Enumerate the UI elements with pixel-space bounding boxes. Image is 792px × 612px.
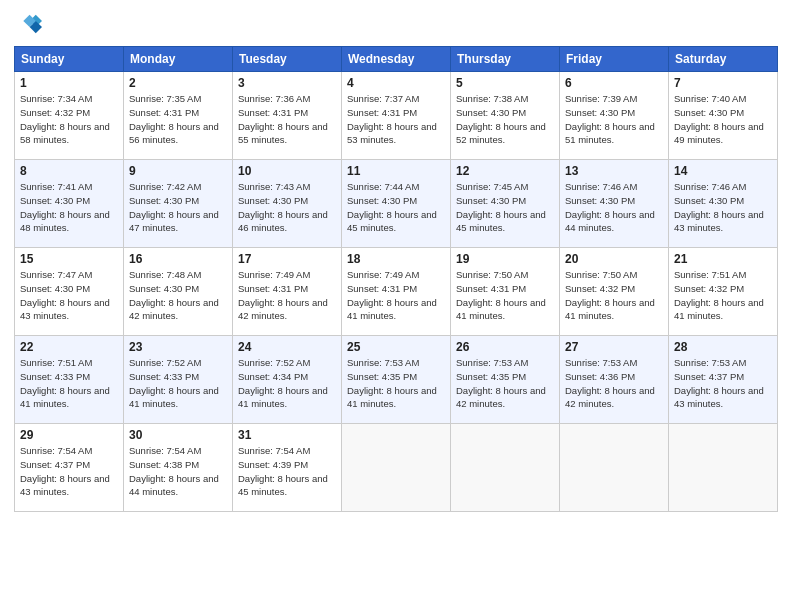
cell-details: Sunrise: 7:46 AMSunset: 4:30 PMDaylight:… [674,181,764,233]
cell-details: Sunrise: 7:38 AMSunset: 4:30 PMDaylight:… [456,93,546,145]
day-number: 15 [20,252,118,266]
cell-details: Sunrise: 7:53 AMSunset: 4:37 PMDaylight:… [674,357,764,409]
calendar-cell: 24Sunrise: 7:52 AMSunset: 4:34 PMDayligh… [233,336,342,424]
cell-details: Sunrise: 7:52 AMSunset: 4:33 PMDaylight:… [129,357,219,409]
calendar-cell: 7Sunrise: 7:40 AMSunset: 4:30 PMDaylight… [669,72,778,160]
calendar-cell: 20Sunrise: 7:50 AMSunset: 4:32 PMDayligh… [560,248,669,336]
calendar-cell: 17Sunrise: 7:49 AMSunset: 4:31 PMDayligh… [233,248,342,336]
calendar-cell: 10Sunrise: 7:43 AMSunset: 4:30 PMDayligh… [233,160,342,248]
weekday-header-saturday: Saturday [669,47,778,72]
cell-details: Sunrise: 7:52 AMSunset: 4:34 PMDaylight:… [238,357,328,409]
cell-details: Sunrise: 7:54 AMSunset: 4:38 PMDaylight:… [129,445,219,497]
calendar-cell [669,424,778,512]
page: SundayMondayTuesdayWednesdayThursdayFrid… [0,0,792,612]
day-number: 19 [456,252,554,266]
calendar-cell [560,424,669,512]
calendar-cell [342,424,451,512]
cell-details: Sunrise: 7:47 AMSunset: 4:30 PMDaylight:… [20,269,110,321]
calendar-cell: 8Sunrise: 7:41 AMSunset: 4:30 PMDaylight… [15,160,124,248]
weekday-row: SundayMondayTuesdayWednesdayThursdayFrid… [15,47,778,72]
header [14,10,778,38]
calendar-cell: 12Sunrise: 7:45 AMSunset: 4:30 PMDayligh… [451,160,560,248]
calendar-cell: 18Sunrise: 7:49 AMSunset: 4:31 PMDayligh… [342,248,451,336]
calendar-cell [451,424,560,512]
cell-details: Sunrise: 7:36 AMSunset: 4:31 PMDaylight:… [238,93,328,145]
calendar-week-5: 29Sunrise: 7:54 AMSunset: 4:37 PMDayligh… [15,424,778,512]
weekday-header-sunday: Sunday [15,47,124,72]
calendar-cell: 25Sunrise: 7:53 AMSunset: 4:35 PMDayligh… [342,336,451,424]
day-number: 3 [238,76,336,90]
cell-details: Sunrise: 7:49 AMSunset: 4:31 PMDaylight:… [238,269,328,321]
calendar-cell: 27Sunrise: 7:53 AMSunset: 4:36 PMDayligh… [560,336,669,424]
calendar-cell: 13Sunrise: 7:46 AMSunset: 4:30 PMDayligh… [560,160,669,248]
day-number: 1 [20,76,118,90]
logo [14,10,46,38]
day-number: 7 [674,76,772,90]
calendar-body: 1Sunrise: 7:34 AMSunset: 4:32 PMDaylight… [15,72,778,512]
cell-details: Sunrise: 7:54 AMSunset: 4:39 PMDaylight:… [238,445,328,497]
day-number: 11 [347,164,445,178]
cell-details: Sunrise: 7:51 AMSunset: 4:32 PMDaylight:… [674,269,764,321]
calendar-cell: 6Sunrise: 7:39 AMSunset: 4:30 PMDaylight… [560,72,669,160]
calendar-cell: 23Sunrise: 7:52 AMSunset: 4:33 PMDayligh… [124,336,233,424]
cell-details: Sunrise: 7:34 AMSunset: 4:32 PMDaylight:… [20,93,110,145]
weekday-header-wednesday: Wednesday [342,47,451,72]
cell-details: Sunrise: 7:51 AMSunset: 4:33 PMDaylight:… [20,357,110,409]
calendar-cell: 14Sunrise: 7:46 AMSunset: 4:30 PMDayligh… [669,160,778,248]
day-number: 21 [674,252,772,266]
calendar-cell: 5Sunrise: 7:38 AMSunset: 4:30 PMDaylight… [451,72,560,160]
day-number: 27 [565,340,663,354]
calendar-cell: 30Sunrise: 7:54 AMSunset: 4:38 PMDayligh… [124,424,233,512]
day-number: 31 [238,428,336,442]
day-number: 23 [129,340,227,354]
day-number: 4 [347,76,445,90]
cell-details: Sunrise: 7:37 AMSunset: 4:31 PMDaylight:… [347,93,437,145]
calendar-week-4: 22Sunrise: 7:51 AMSunset: 4:33 PMDayligh… [15,336,778,424]
cell-details: Sunrise: 7:39 AMSunset: 4:30 PMDaylight:… [565,93,655,145]
calendar-cell: 29Sunrise: 7:54 AMSunset: 4:37 PMDayligh… [15,424,124,512]
cell-details: Sunrise: 7:53 AMSunset: 4:35 PMDaylight:… [456,357,546,409]
cell-details: Sunrise: 7:53 AMSunset: 4:36 PMDaylight:… [565,357,655,409]
cell-details: Sunrise: 7:50 AMSunset: 4:31 PMDaylight:… [456,269,546,321]
calendar-week-1: 1Sunrise: 7:34 AMSunset: 4:32 PMDaylight… [15,72,778,160]
day-number: 6 [565,76,663,90]
cell-details: Sunrise: 7:48 AMSunset: 4:30 PMDaylight:… [129,269,219,321]
cell-details: Sunrise: 7:41 AMSunset: 4:30 PMDaylight:… [20,181,110,233]
calendar-cell: 31Sunrise: 7:54 AMSunset: 4:39 PMDayligh… [233,424,342,512]
cell-details: Sunrise: 7:35 AMSunset: 4:31 PMDaylight:… [129,93,219,145]
day-number: 14 [674,164,772,178]
weekday-header-tuesday: Tuesday [233,47,342,72]
day-number: 28 [674,340,772,354]
cell-details: Sunrise: 7:53 AMSunset: 4:35 PMDaylight:… [347,357,437,409]
cell-details: Sunrise: 7:40 AMSunset: 4:30 PMDaylight:… [674,93,764,145]
weekday-header-thursday: Thursday [451,47,560,72]
day-number: 18 [347,252,445,266]
calendar-cell: 21Sunrise: 7:51 AMSunset: 4:32 PMDayligh… [669,248,778,336]
calendar-cell: 28Sunrise: 7:53 AMSunset: 4:37 PMDayligh… [669,336,778,424]
cell-details: Sunrise: 7:43 AMSunset: 4:30 PMDaylight:… [238,181,328,233]
calendar-week-2: 8Sunrise: 7:41 AMSunset: 4:30 PMDaylight… [15,160,778,248]
calendar-cell: 19Sunrise: 7:50 AMSunset: 4:31 PMDayligh… [451,248,560,336]
cell-details: Sunrise: 7:50 AMSunset: 4:32 PMDaylight:… [565,269,655,321]
calendar-table: SundayMondayTuesdayWednesdayThursdayFrid… [14,46,778,512]
day-number: 9 [129,164,227,178]
day-number: 17 [238,252,336,266]
day-number: 8 [20,164,118,178]
cell-details: Sunrise: 7:42 AMSunset: 4:30 PMDaylight:… [129,181,219,233]
logo-icon [14,10,42,38]
day-number: 12 [456,164,554,178]
calendar-cell: 15Sunrise: 7:47 AMSunset: 4:30 PMDayligh… [15,248,124,336]
day-number: 20 [565,252,663,266]
day-number: 29 [20,428,118,442]
day-number: 5 [456,76,554,90]
calendar-header: SundayMondayTuesdayWednesdayThursdayFrid… [15,47,778,72]
day-number: 16 [129,252,227,266]
calendar-cell: 9Sunrise: 7:42 AMSunset: 4:30 PMDaylight… [124,160,233,248]
calendar-cell: 16Sunrise: 7:48 AMSunset: 4:30 PMDayligh… [124,248,233,336]
cell-details: Sunrise: 7:45 AMSunset: 4:30 PMDaylight:… [456,181,546,233]
day-number: 25 [347,340,445,354]
day-number: 26 [456,340,554,354]
calendar-cell: 1Sunrise: 7:34 AMSunset: 4:32 PMDaylight… [15,72,124,160]
weekday-header-monday: Monday [124,47,233,72]
day-number: 2 [129,76,227,90]
